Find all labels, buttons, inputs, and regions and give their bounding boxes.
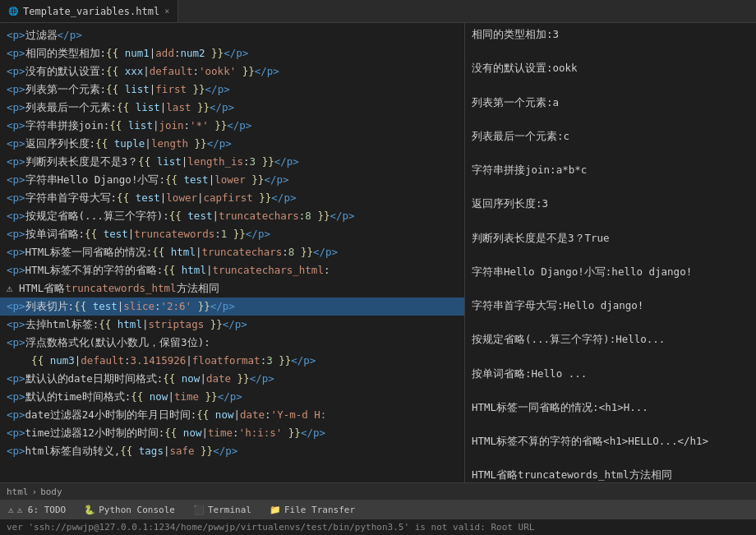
output-line: 判断列表长度是不是3？True [472,230,749,247]
main-area: <p>过滤器</p><p>相同的类型相加:{{ num1|add:num2 }}… [0,23,756,482]
file-transfer-status[interactable]: 📁 File Transfer [266,503,358,517]
breadcrumb-html: html [7,487,29,497]
output-panel: 相同的类型相加:3 没有的默认设置:ookk 列表第一个元素:a 列表最后一个元… [465,23,756,482]
todo-status[interactable]: ⚠ ⚠ 6: TODO [5,503,69,517]
code-line: <p>默认认的date日期时间格式:{{ now|date }}</p> [0,370,464,388]
breadcrumb-body: body [40,487,62,497]
output-line [472,44,749,61]
output-line: 字符串首字母大写:Hello django! [472,297,749,315]
output-line [472,247,749,264]
output-line [472,348,749,366]
code-line: <p>按规定省略(...算三个字符):{{ test|truncatechars… [0,207,464,225]
output-line: 字符串拼接join:a*b*c [472,162,749,179]
code-line: <p>判断列表长度是不是3？{{ list|length_is:3 }}</p> [0,153,464,171]
code-line: <p>字符串首字母大写:{{ test|lower|capfirst }}</p… [0,189,464,207]
code-line: <p>按单词省略:{{ test|truncatewords:1 }}</p> [0,225,464,243]
code-editor[interactable]: <p>过滤器</p><p>相同的类型相加:{{ num1|add:num2 }}… [0,23,465,482]
python-icon: 🐍 [84,505,95,515]
status-bar: ⚠ ⚠ 6: TODO 🐍 Python Console ⬛ Terminal … [0,500,756,519]
terminal-bar: ver 'ssh://pwwjp@127.0.0.1:1234/home/pww… [0,519,756,535]
code-line: <p>time过滤器12小时制的时间:{{ now|time:'h:i:s' }… [0,424,464,442]
python-console-status[interactable]: 🐍 Python Console [81,503,178,517]
code-line: <p>相同的类型相加:{{ num1|add:num2 }}</p> [0,44,464,62]
code-line: <p>html标签自动转义,{{ tags|safe }}</p> [0,442,464,460]
code-line: ⚠ HTML省略truncatewords_html方法相同 [0,279,464,297]
breadcrumb: html › body [0,482,756,500]
output-line [472,382,749,399]
output-line: 返回序列长度:3 [472,196,749,213]
code-line: <p>列表第一个元素:{{ list|first }}</p> [0,81,464,99]
output-line: 字符串Hello Django!小写:hello django! [472,264,749,281]
code-line: <p>列表切片:{{ test|slice:'2:6' }}</p> [0,297,464,316]
output-line [472,111,749,128]
output-line [472,315,749,332]
output-line [472,145,749,162]
code-line: <p>列表最后一个元素:{{ list|last }}</p> [0,99,464,117]
output-line [472,416,749,433]
code-line: <p>浮点数格式化(默认小数几，保留3位): [0,334,464,352]
tab-close-button[interactable]: × [164,7,169,16]
output-line: HTML省略truncatewords_html方法相同 [472,467,749,482]
output-line: HTML标签一同省略的情况:<h1>H... [472,399,749,417]
tab-template-variables[interactable]: 🌐 Template_variables.html × [0,0,178,22]
terminal-line: ver 'ssh://pwwjp@127.0.0.1:1234/home/pww… [7,522,534,533]
output-line: 相同的类型相加:3 [472,26,749,44]
output-line [472,450,749,468]
output-line: 没有的默认设置:ookk [472,60,749,77]
todo-label: ⚠ 6: TODO [17,505,67,515]
code-line: <p>没有的默认设置:{{ xxx|default:'ookk' }}</p> [0,62,464,81]
output-line: HTML标签不算的字符的省略<h1>HELLO...</h1> [472,433,749,450]
output-line [472,77,749,95]
code-line: {{ num3|default:3.1415926|floatformat:3 … [0,352,464,370]
output-line: 列表第一个元素:a [472,95,749,112]
tab-bar: 🌐 Template_variables.html × [0,0,756,23]
code-line: <p>过滤器</p> [0,26,464,44]
output-line [472,179,749,196]
output-line: 按单词省略:Hello ... [472,366,749,383]
code-line: <p>去掉html标签:{{ html|striptags }}</p> [0,316,464,334]
code-line: <p>字符串拼接join:{{ list|join:'*' }}</p> [0,117,464,135]
python-console-label: Python Console [99,505,175,515]
terminal-label: Terminal [208,505,251,515]
code-line: <p>返回序列长度:{{ tuple|length }}</p> [0,135,464,153]
code-line: <p>date过滤器24小时制的年月日时间:{{ now|date:'Y-m-d… [0,406,464,424]
file-icon: 🌐 [8,7,18,16]
code-line: <p>默认的time时间格式:{{ now|time }}</p> [0,388,464,406]
code-line: <p>HTML标签不算的字符的省略:{{ html|truncatechars_… [0,261,464,279]
tab-label: Template_variables.html [23,6,159,17]
warning-icon: ⚠ [8,505,14,515]
transfer-icon: 📁 [270,505,281,515]
output-line [472,280,749,297]
code-line: <p>字符串Hello Django!小写:{{ test|lower }}</… [0,171,464,189]
terminal-icon: ⬛ [193,505,205,515]
output-line: 按规定省略(...算三个字符):Hello... [472,331,749,348]
file-transfer-label: File Transfer [284,505,355,515]
output-line: 列表最后一个元素:c [472,128,749,145]
output-line [472,213,749,230]
terminal-status[interactable]: ⬛ Terminal [190,503,255,517]
breadcrumb-arrow: › [32,487,38,497]
code-line: <p>HTML标签一同省略的情况:{{ html|truncatechars:8… [0,243,464,261]
